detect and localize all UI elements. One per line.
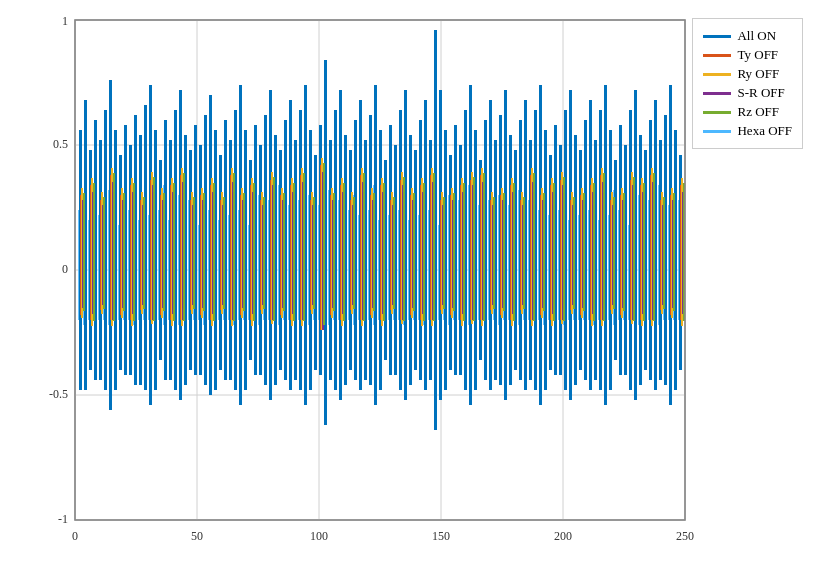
svg-rect-464: [383, 183, 385, 321]
svg-rect-435: [93, 183, 95, 321]
svg-rect-470: [443, 197, 445, 309]
svg-rect-445: [193, 197, 195, 309]
legend-label-rz-off: Rz OFF: [737, 104, 779, 120]
chart-legend: All ON Ty OFF Ry OFF S-R OFF Rz OFF Hexa…: [692, 18, 803, 149]
legend-label-hexa-off: Hexa OFF: [737, 123, 792, 139]
svg-rect-441: [153, 177, 155, 321]
svg-rect-461: [353, 197, 355, 309]
svg-rect-447: [213, 183, 215, 321]
svg-rect-456: [303, 173, 305, 321]
svg-rect-490: [643, 183, 645, 321]
svg-text:200: 200: [554, 529, 572, 543]
svg-text:0.5: 0.5: [53, 137, 68, 151]
svg-rect-446: [203, 193, 205, 311]
svg-rect-443: [173, 183, 175, 321]
svg-rect-467: [413, 193, 415, 311]
legend-item-ty-off: Ty OFF: [703, 47, 792, 63]
svg-text:0: 0: [72, 529, 78, 543]
legend-color-sr-off: [703, 92, 731, 95]
svg-rect-483: [573, 197, 575, 309]
legend-label-all-on: All ON: [737, 28, 776, 44]
svg-rect-457: [313, 197, 315, 309]
svg-rect-439: [133, 183, 135, 321]
legend-label-ry-off: Ry OFF: [737, 66, 779, 82]
svg-rect-466: [403, 177, 405, 321]
svg-rect-474: [483, 173, 485, 321]
svg-text:1: 1: [62, 14, 68, 28]
svg-rect-460: [343, 183, 345, 321]
svg-rect-458: [323, 163, 325, 325]
svg-rect-440: [143, 197, 145, 309]
svg-rect-468: [423, 183, 425, 321]
legend-item-all-on: All ON: [703, 28, 792, 44]
svg-rect-480: [543, 193, 545, 311]
svg-rect-436: [103, 197, 105, 309]
svg-rect-478: [523, 197, 525, 309]
svg-rect-438: [123, 193, 125, 311]
svg-rect-473: [473, 177, 475, 321]
legend-color-all-on: [703, 35, 731, 38]
svg-rect-493: [673, 193, 675, 311]
svg-rect-454: [283, 193, 285, 311]
svg-rect-472: [463, 183, 465, 321]
svg-rect-479: [533, 173, 535, 321]
svg-rect-477: [513, 183, 515, 321]
svg-rect-449: [233, 173, 235, 321]
svg-rect-452: [263, 197, 265, 309]
svg-text:50: 50: [191, 529, 203, 543]
svg-text:-1: -1: [58, 512, 68, 526]
legend-item-sr-off: S-R OFF: [703, 85, 792, 101]
svg-text:-0.5: -0.5: [49, 387, 68, 401]
svg-rect-469: [433, 173, 435, 321]
svg-rect-459: [333, 193, 335, 311]
svg-rect-437: [113, 173, 115, 321]
svg-rect-444: [183, 173, 185, 321]
svg-text:250: 250: [676, 529, 694, 543]
legend-label-ty-off: Ty OFF: [737, 47, 778, 63]
legend-item-hexa-off: Hexa OFF: [703, 123, 792, 139]
svg-rect-455: [293, 183, 295, 321]
svg-rect-476: [503, 193, 505, 311]
chart-container: 1 0.5 0 -0.5 -1 0 50 100 150 200 250 All…: [0, 0, 821, 584]
svg-rect-488: [623, 193, 625, 311]
svg-rect-486: [603, 173, 605, 321]
svg-rect-482: [563, 177, 565, 321]
svg-rect-451: [253, 183, 255, 321]
legend-item-ry-off: Ry OFF: [703, 66, 792, 82]
legend-color-rz-off: [703, 111, 731, 114]
svg-rect-442: [163, 193, 165, 311]
svg-text:150: 150: [432, 529, 450, 543]
svg-rect-434: [83, 193, 85, 311]
svg-rect-489: [633, 177, 635, 321]
svg-text:0: 0: [62, 262, 68, 276]
legend-color-hexa-off: [703, 130, 731, 133]
svg-rect-462: [363, 173, 365, 321]
svg-rect-475: [493, 197, 495, 309]
svg-rect-481: [553, 183, 555, 321]
svg-rect-487: [613, 197, 615, 309]
svg-rect-463: [373, 193, 375, 311]
svg-rect-485: [593, 183, 595, 321]
svg-rect-491: [653, 173, 655, 321]
legend-item-rz-off: Rz OFF: [703, 104, 792, 120]
svg-rect-453: [273, 177, 275, 321]
svg-rect-448: [223, 197, 225, 309]
svg-rect-450: [243, 193, 245, 311]
svg-rect-492: [663, 197, 665, 309]
legend-color-ry-off: [703, 73, 731, 76]
legend-color-ty-off: [703, 54, 731, 57]
svg-rect-484: [583, 193, 585, 311]
svg-rect-465: [393, 197, 395, 309]
legend-label-sr-off: S-R OFF: [737, 85, 784, 101]
svg-rect-471: [453, 193, 455, 311]
svg-text:100: 100: [310, 529, 328, 543]
